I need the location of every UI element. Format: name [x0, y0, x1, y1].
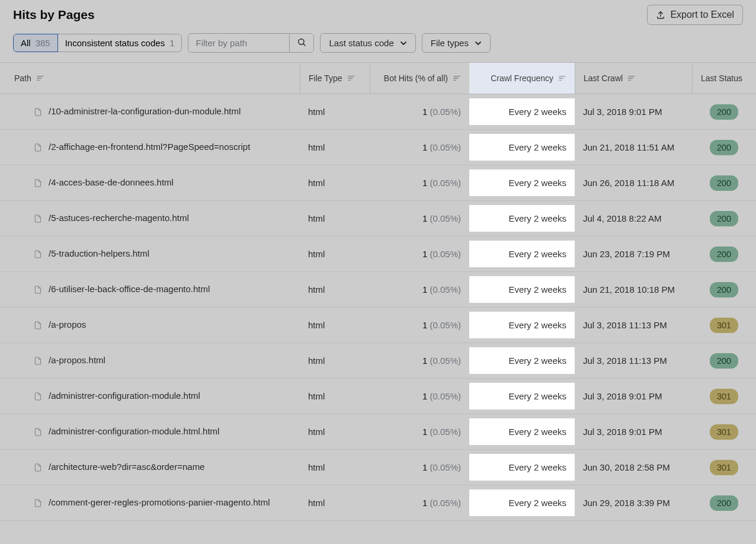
- cell-last-status: 301: [692, 380, 756, 412]
- file-icon: [33, 107, 43, 117]
- cell-bot-hits: 1 (0.05%): [370, 169, 469, 196]
- path-text: /5-astuces-recherche-magento.html: [49, 212, 189, 224]
- table-body: /10-administrer-la-configuration-dun-mod…: [0, 94, 756, 521]
- hits-table: Path File Type Bot Hits (% of all) Crawl…: [0, 62, 756, 521]
- hits-count: 1: [422, 320, 427, 330]
- hits-pct: (0.05%): [430, 178, 461, 188]
- cell-last-crawl: Jul 3, 2018 11:13 PM: [575, 312, 692, 338]
- cell-last-crawl: Jun 21, 2018 10:18 PM: [575, 276, 692, 303]
- cell-last-status: 301: [692, 452, 756, 484]
- hits-count: 1: [422, 284, 427, 295]
- col-header-bot-hits[interactable]: Bot Hits (% of all): [370, 63, 469, 94]
- hits-pct: (0.05%): [430, 462, 461, 472]
- segment-label: All: [21, 38, 31, 48]
- col-header-last-status[interactable]: Last Status: [692, 63, 756, 94]
- cell-path: /a-propos: [0, 311, 300, 339]
- path-text: /10-administrer-la-configuration-dun-mod…: [49, 105, 241, 117]
- segment-group: All385Inconsistent status codes1: [13, 34, 182, 52]
- table-row[interactable]: /comment-gerer-regles-promotions-panier-…: [0, 485, 756, 521]
- table-row[interactable]: /5-traduction-helpers.htmlhtml1 (0.05%)E…: [0, 236, 756, 272]
- status-badge: 200: [710, 353, 738, 369]
- segment-count: 385: [36, 38, 50, 48]
- cell-path: /administrer-configuration-module.html.h…: [0, 417, 300, 446]
- hits-pct: (0.05%): [430, 107, 461, 117]
- table-row[interactable]: /a-propos.htmlhtml1 (0.05%)Every 2 weeks…: [0, 343, 756, 379]
- cell-last-status: 200: [692, 96, 756, 128]
- col-header-bot-hits-label: Bot Hits (% of all): [384, 73, 448, 83]
- col-header-file-type[interactable]: File Type: [300, 63, 370, 94]
- cell-path: /10-administrer-la-configuration-dun-mod…: [0, 97, 300, 126]
- cell-last-status: 301: [692, 416, 756, 448]
- cell-last-crawl: Jul 3, 2018 9:01 PM: [575, 383, 692, 409]
- cell-file-type: html: [300, 312, 370, 338]
- col-header-path[interactable]: Path: [0, 63, 300, 94]
- cell-last-status: 200: [692, 238, 756, 270]
- col-header-crawl-frequency[interactable]: Crawl Frequency: [469, 63, 575, 94]
- hits-count: 1: [422, 498, 427, 508]
- table-row[interactable]: /administrer-configuration-module.html.h…: [0, 414, 756, 450]
- export-to-excel-button[interactable]: Export to Excel: [647, 5, 743, 25]
- svg-line-2: [303, 44, 305, 46]
- path-text: /4-acces-base-de-donnees.html: [49, 177, 174, 188]
- cell-path: /6-utiliser-le-back-office-de-magento.ht…: [0, 275, 300, 303]
- file-icon: [33, 284, 43, 295]
- hits-pct: (0.05%): [430, 498, 461, 508]
- dropdown-label: File types: [431, 38, 469, 48]
- table-row[interactable]: /a-proposhtml1 (0.05%)Every 2 weeksJul 3…: [0, 308, 756, 343]
- table-row[interactable]: /5-astuces-recherche-magento.htmlhtml1 (…: [0, 201, 756, 236]
- status-badge: 301: [710, 318, 738, 333]
- path-text: /6-utiliser-le-back-office-de-magento.ht…: [49, 283, 210, 295]
- file-icon: [33, 356, 43, 366]
- filter-by-path-input[interactable]: [188, 34, 289, 52]
- col-header-last-crawl[interactable]: Last Crawl: [575, 63, 692, 94]
- cell-file-type: html: [300, 383, 370, 409]
- sort-icon: [453, 75, 461, 82]
- cell-file-type: html: [300, 454, 370, 481]
- cell-crawl-frequency: Every 2 weeks: [469, 241, 575, 267]
- segment-all[interactable]: All385: [13, 34, 58, 52]
- cell-last-status: 200: [692, 274, 756, 306]
- dropdown-last-status-code[interactable]: Last status code: [320, 33, 415, 53]
- cell-crawl-frequency: Every 2 weeks: [469, 312, 575, 338]
- table-row[interactable]: /6-utiliser-le-back-office-de-magento.ht…: [0, 272, 756, 308]
- status-badge: 200: [710, 175, 738, 191]
- path-text: /administrer-configuration-module.html.h…: [49, 425, 219, 437]
- cell-file-type: html: [300, 489, 370, 516]
- status-badge: 301: [710, 424, 738, 440]
- col-header-file-type-label: File Type: [309, 73, 342, 83]
- table-row[interactable]: /2-affichage-en-frontend.html?PageSpeed=…: [0, 130, 756, 165]
- table-row[interactable]: /architecture-web?dir=asc&order=namehtml…: [0, 450, 756, 485]
- file-icon: [33, 391, 43, 402]
- cell-path: /5-astuces-recherche-magento.html: [0, 204, 300, 232]
- dropdown-file-types[interactable]: File types: [422, 33, 491, 53]
- cell-path: /comment-gerer-regles-promotions-panier-…: [0, 488, 300, 517]
- cell-crawl-frequency: Every 2 weeks: [469, 489, 575, 516]
- cell-bot-hits: 1 (0.05%): [370, 383, 469, 409]
- cell-crawl-frequency: Every 2 weeks: [469, 98, 575, 125]
- table-row[interactable]: /4-acces-base-de-donnees.htmlhtml1 (0.05…: [0, 165, 756, 201]
- cell-bot-hits: 1 (0.05%): [370, 241, 469, 267]
- sort-icon: [627, 75, 636, 82]
- sort-icon: [558, 75, 566, 82]
- segment-inconsistent-status-codes[interactable]: Inconsistent status codes1: [58, 34, 182, 52]
- search-wrap: [188, 33, 314, 53]
- cell-file-type: html: [300, 418, 370, 445]
- cell-last-crawl: Jun 26, 2018 11:18 AM: [575, 169, 692, 196]
- cell-bot-hits: 1 (0.05%): [370, 98, 469, 125]
- status-badge: 200: [710, 495, 738, 511]
- file-icon: [33, 249, 43, 260]
- cell-path: /administrer-configuration-module.html: [0, 382, 300, 410]
- col-header-last-status-label: Last Status: [701, 73, 742, 83]
- cell-crawl-frequency: Every 2 weeks: [469, 418, 575, 445]
- search-button[interactable]: [289, 34, 313, 52]
- table-row[interactable]: /administrer-configuration-module.htmlht…: [0, 379, 756, 414]
- cell-file-type: html: [300, 276, 370, 303]
- cell-file-type: html: [300, 347, 370, 374]
- cell-path: /5-traduction-helpers.html: [0, 239, 300, 268]
- status-badge: 200: [710, 282, 738, 297]
- table-row[interactable]: /10-administrer-la-configuration-dun-mod…: [0, 94, 756, 130]
- hits-count: 1: [422, 107, 427, 117]
- cell-last-crawl: Jul 3, 2018 11:13 PM: [575, 347, 692, 374]
- status-badge: 200: [710, 247, 738, 262]
- hits-count: 1: [422, 213, 427, 223]
